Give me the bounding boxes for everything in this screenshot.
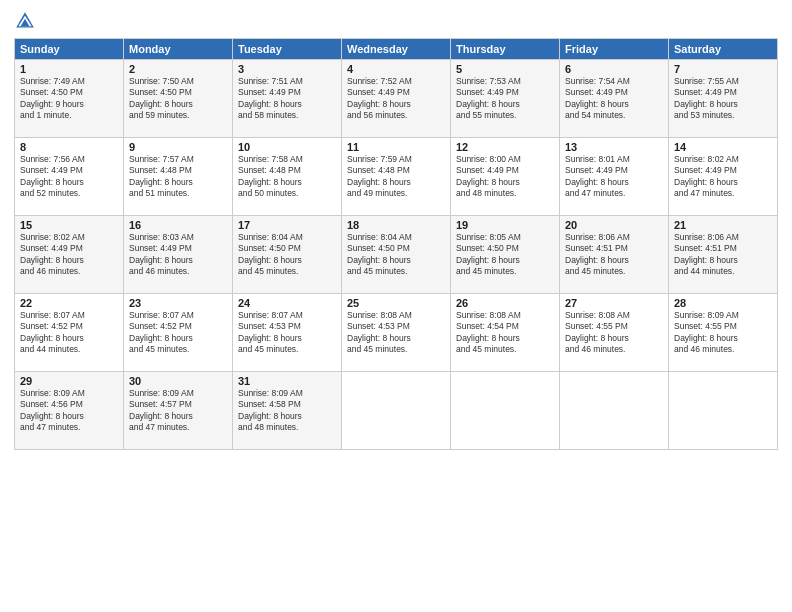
week-row-3: 15Sunrise: 8:02 AM Sunset: 4:49 PM Dayli… (15, 216, 778, 294)
day-info: Sunrise: 8:04 AM Sunset: 4:50 PM Dayligh… (238, 232, 336, 278)
day-cell: 30Sunrise: 8:09 AM Sunset: 4:57 PM Dayli… (124, 372, 233, 450)
day-info: Sunrise: 8:09 AM Sunset: 4:57 PM Dayligh… (129, 388, 227, 434)
day-info: Sunrise: 8:07 AM Sunset: 4:53 PM Dayligh… (238, 310, 336, 356)
day-number: 3 (238, 63, 336, 75)
day-number: 11 (347, 141, 445, 153)
col-header-thursday: Thursday (451, 39, 560, 60)
day-number: 1 (20, 63, 118, 75)
calendar-table: SundayMondayTuesdayWednesdayThursdayFrid… (14, 38, 778, 450)
day-info: Sunrise: 8:07 AM Sunset: 4:52 PM Dayligh… (129, 310, 227, 356)
day-number: 20 (565, 219, 663, 231)
day-cell: 10Sunrise: 7:58 AM Sunset: 4:48 PM Dayli… (233, 138, 342, 216)
day-info: Sunrise: 8:06 AM Sunset: 4:51 PM Dayligh… (565, 232, 663, 278)
day-info: Sunrise: 8:02 AM Sunset: 4:49 PM Dayligh… (20, 232, 118, 278)
day-number: 13 (565, 141, 663, 153)
day-info: Sunrise: 7:49 AM Sunset: 4:50 PM Dayligh… (20, 76, 118, 122)
day-info: Sunrise: 8:09 AM Sunset: 4:55 PM Dayligh… (674, 310, 772, 356)
header (14, 10, 778, 32)
day-info: Sunrise: 8:09 AM Sunset: 4:56 PM Dayligh… (20, 388, 118, 434)
day-number: 21 (674, 219, 772, 231)
day-cell: 16Sunrise: 8:03 AM Sunset: 4:49 PM Dayli… (124, 216, 233, 294)
day-cell: 4Sunrise: 7:52 AM Sunset: 4:49 PM Daylig… (342, 60, 451, 138)
day-cell: 11Sunrise: 7:59 AM Sunset: 4:48 PM Dayli… (342, 138, 451, 216)
day-info: Sunrise: 8:08 AM Sunset: 4:54 PM Dayligh… (456, 310, 554, 356)
col-header-tuesday: Tuesday (233, 39, 342, 60)
day-info: Sunrise: 7:52 AM Sunset: 4:49 PM Dayligh… (347, 76, 445, 122)
day-number: 19 (456, 219, 554, 231)
day-cell: 20Sunrise: 8:06 AM Sunset: 4:51 PM Dayli… (560, 216, 669, 294)
day-info: Sunrise: 7:59 AM Sunset: 4:48 PM Dayligh… (347, 154, 445, 200)
logo (14, 10, 38, 32)
week-row-2: 8Sunrise: 7:56 AM Sunset: 4:49 PM Daylig… (15, 138, 778, 216)
day-number: 26 (456, 297, 554, 309)
day-info: Sunrise: 7:50 AM Sunset: 4:50 PM Dayligh… (129, 76, 227, 122)
day-number: 28 (674, 297, 772, 309)
day-number: 27 (565, 297, 663, 309)
day-cell: 28Sunrise: 8:09 AM Sunset: 4:55 PM Dayli… (669, 294, 778, 372)
col-header-saturday: Saturday (669, 39, 778, 60)
day-cell: 27Sunrise: 8:08 AM Sunset: 4:55 PM Dayli… (560, 294, 669, 372)
col-header-monday: Monday (124, 39, 233, 60)
day-cell: 7Sunrise: 7:55 AM Sunset: 4:49 PM Daylig… (669, 60, 778, 138)
day-number: 18 (347, 219, 445, 231)
day-number: 22 (20, 297, 118, 309)
day-cell: 24Sunrise: 8:07 AM Sunset: 4:53 PM Dayli… (233, 294, 342, 372)
day-cell: 5Sunrise: 7:53 AM Sunset: 4:49 PM Daylig… (451, 60, 560, 138)
day-cell: 19Sunrise: 8:05 AM Sunset: 4:50 PM Dayli… (451, 216, 560, 294)
day-info: Sunrise: 7:58 AM Sunset: 4:48 PM Dayligh… (238, 154, 336, 200)
day-number: 31 (238, 375, 336, 387)
day-cell: 12Sunrise: 8:00 AM Sunset: 4:49 PM Dayli… (451, 138, 560, 216)
day-cell: 1Sunrise: 7:49 AM Sunset: 4:50 PM Daylig… (15, 60, 124, 138)
day-cell: 23Sunrise: 8:07 AM Sunset: 4:52 PM Dayli… (124, 294, 233, 372)
day-cell: 3Sunrise: 7:51 AM Sunset: 4:49 PM Daylig… (233, 60, 342, 138)
day-cell: 29Sunrise: 8:09 AM Sunset: 4:56 PM Dayli… (15, 372, 124, 450)
day-info: Sunrise: 8:05 AM Sunset: 4:50 PM Dayligh… (456, 232, 554, 278)
day-number: 5 (456, 63, 554, 75)
day-number: 6 (565, 63, 663, 75)
day-info: Sunrise: 8:08 AM Sunset: 4:55 PM Dayligh… (565, 310, 663, 356)
day-number: 17 (238, 219, 336, 231)
day-cell (669, 372, 778, 450)
day-info: Sunrise: 7:51 AM Sunset: 4:49 PM Dayligh… (238, 76, 336, 122)
col-header-sunday: Sunday (15, 39, 124, 60)
day-cell: 14Sunrise: 8:02 AM Sunset: 4:49 PM Dayli… (669, 138, 778, 216)
day-cell: 13Sunrise: 8:01 AM Sunset: 4:49 PM Dayli… (560, 138, 669, 216)
page-container: SundayMondayTuesdayWednesdayThursdayFrid… (0, 0, 792, 612)
day-number: 14 (674, 141, 772, 153)
day-number: 7 (674, 63, 772, 75)
day-info: Sunrise: 8:00 AM Sunset: 4:49 PM Dayligh… (456, 154, 554, 200)
day-info: Sunrise: 8:03 AM Sunset: 4:49 PM Dayligh… (129, 232, 227, 278)
logo-icon (14, 10, 36, 32)
day-number: 10 (238, 141, 336, 153)
day-number: 12 (456, 141, 554, 153)
week-row-4: 22Sunrise: 8:07 AM Sunset: 4:52 PM Dayli… (15, 294, 778, 372)
day-cell: 2Sunrise: 7:50 AM Sunset: 4:50 PM Daylig… (124, 60, 233, 138)
col-header-friday: Friday (560, 39, 669, 60)
day-info: Sunrise: 8:06 AM Sunset: 4:51 PM Dayligh… (674, 232, 772, 278)
day-info: Sunrise: 7:55 AM Sunset: 4:49 PM Dayligh… (674, 76, 772, 122)
day-number: 29 (20, 375, 118, 387)
day-number: 15 (20, 219, 118, 231)
day-info: Sunrise: 7:54 AM Sunset: 4:49 PM Dayligh… (565, 76, 663, 122)
day-number: 25 (347, 297, 445, 309)
day-cell: 25Sunrise: 8:08 AM Sunset: 4:53 PM Dayli… (342, 294, 451, 372)
day-info: Sunrise: 8:04 AM Sunset: 4:50 PM Dayligh… (347, 232, 445, 278)
day-info: Sunrise: 8:07 AM Sunset: 4:52 PM Dayligh… (20, 310, 118, 356)
day-cell: 22Sunrise: 8:07 AM Sunset: 4:52 PM Dayli… (15, 294, 124, 372)
week-row-1: 1Sunrise: 7:49 AM Sunset: 4:50 PM Daylig… (15, 60, 778, 138)
day-number: 23 (129, 297, 227, 309)
day-cell: 31Sunrise: 8:09 AM Sunset: 4:58 PM Dayli… (233, 372, 342, 450)
day-number: 8 (20, 141, 118, 153)
day-cell (342, 372, 451, 450)
day-cell: 21Sunrise: 8:06 AM Sunset: 4:51 PM Dayli… (669, 216, 778, 294)
day-number: 9 (129, 141, 227, 153)
day-cell: 9Sunrise: 7:57 AM Sunset: 4:48 PM Daylig… (124, 138, 233, 216)
day-cell (560, 372, 669, 450)
day-cell: 18Sunrise: 8:04 AM Sunset: 4:50 PM Dayli… (342, 216, 451, 294)
day-info: Sunrise: 7:53 AM Sunset: 4:49 PM Dayligh… (456, 76, 554, 122)
day-cell: 26Sunrise: 8:08 AM Sunset: 4:54 PM Dayli… (451, 294, 560, 372)
day-cell: 15Sunrise: 8:02 AM Sunset: 4:49 PM Dayli… (15, 216, 124, 294)
col-header-wednesday: Wednesday (342, 39, 451, 60)
day-info: Sunrise: 8:09 AM Sunset: 4:58 PM Dayligh… (238, 388, 336, 434)
day-info: Sunrise: 8:01 AM Sunset: 4:49 PM Dayligh… (565, 154, 663, 200)
